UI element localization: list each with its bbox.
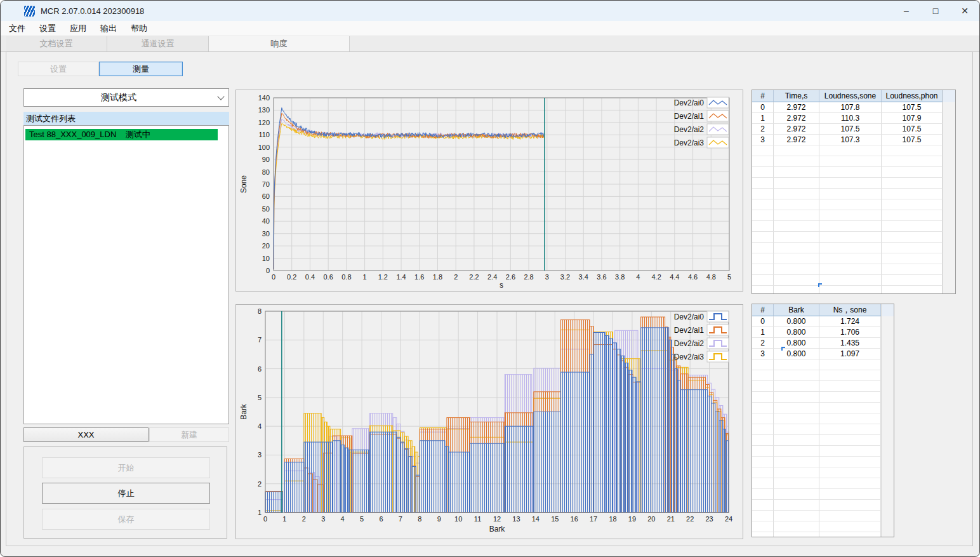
maximize-button[interactable]: □ [921, 1, 950, 21]
settings-view-button[interactable]: 设置 [18, 62, 99, 76]
bar-segment-Dev2/ai0 [672, 354, 675, 513]
cell-edit-mark [781, 347, 785, 351]
svg-text:s: s [500, 281, 503, 290]
legend-item[interactable]: Dev2/ai1 [674, 111, 729, 121]
table-row[interactable]: 12.972110.3107.9 [752, 113, 955, 124]
legend-item[interactable]: Dev2/ai2 [674, 338, 729, 349]
table-cell: 3 [752, 135, 774, 145]
table-cell: 1.706 [819, 327, 881, 338]
bar-segment-Dev2/ai0 [636, 382, 641, 513]
table-row [752, 189, 955, 199]
legend-item[interactable]: Dev2/ai3 [674, 351, 729, 362]
test-mode-select[interactable]: 测试模式 [23, 88, 229, 107]
scrollbar-strip [881, 446, 894, 457]
svg-text:14: 14 [532, 515, 540, 523]
menu-item-3[interactable]: 输出 [93, 21, 124, 36]
test-file-listbox[interactable]: Test 88_XXX_009_LDN 测试中 [23, 125, 229, 424]
new-button[interactable]: 新建 [149, 427, 229, 442]
scrollbar-strip [943, 264, 955, 275]
column-header[interactable]: Loudness,sone [819, 90, 882, 102]
table-row [752, 156, 955, 167]
table-row[interactable]: 02.972107.8107.5 [752, 102, 955, 113]
column-header[interactable]: # [752, 90, 774, 102]
table-cell: 107.5 [882, 124, 943, 135]
svg-text:90: 90 [262, 156, 270, 163]
table-cell [819, 467, 881, 478]
table-row [752, 457, 894, 467]
scrollbar-strip [943, 113, 955, 124]
table-row[interactable]: 30.8001.097 [752, 349, 894, 359]
table-row[interactable]: 00.8001.724 [752, 316, 894, 327]
menu-item-4[interactable]: 帮助 [124, 21, 154, 36]
scrollbar-strip [881, 511, 894, 521]
scrollbar-strip [943, 189, 955, 199]
scrollbar-strip [943, 286, 955, 294]
dropdown-arrow-box[interactable] [213, 89, 228, 106]
table-cell [819, 189, 882, 199]
svg-text:130: 130 [258, 106, 270, 114]
svg-text:12: 12 [493, 515, 501, 523]
legend-item[interactable]: Dev2/ai2 [674, 124, 729, 135]
column-header[interactable]: # [752, 304, 774, 316]
column-header[interactable]: Time,s [774, 90, 819, 102]
save-button[interactable]: 保存 [42, 509, 210, 530]
svg-text:8: 8 [418, 515, 421, 523]
table-row[interactable]: 32.972107.3107.5 [752, 135, 955, 145]
scrollbar-strip [881, 435, 894, 446]
xxx-button[interactable]: XXX [23, 427, 149, 442]
menu-item-1[interactable]: 设置 [32, 21, 63, 36]
table-cell: 2 [752, 338, 774, 349]
measure-view-button[interactable]: 测量 [99, 62, 183, 76]
table-row [752, 511, 894, 521]
svg-text:0.4: 0.4 [305, 273, 315, 281]
bar-segment-Dev2/ai0 [412, 467, 416, 513]
bar-segment-Dev2/ai0 [408, 457, 412, 513]
test-file-list-item[interactable]: Test 88_XXX_009_LDN 测试中 [25, 129, 218, 140]
column-header[interactable]: Bark [774, 304, 819, 316]
table-cell [819, 478, 881, 489]
tab-2[interactable]: 响度 [209, 36, 350, 52]
column-header[interactable]: Ns，sone [819, 304, 881, 316]
close-button[interactable]: ✕ [950, 1, 979, 21]
legend-item[interactable]: Dev2/ai1 [674, 325, 729, 335]
table-cell [819, 446, 881, 457]
tab-0[interactable]: 文档设置 [6, 36, 107, 51]
table-cell [752, 264, 774, 275]
table-row[interactable]: 22.972107.5107.5 [752, 124, 955, 135]
scrollbar-strip [881, 338, 894, 349]
legend-item[interactable]: Dev2/ai0 [674, 311, 729, 322]
table-cell: 0 [752, 316, 774, 327]
table-row [752, 286, 955, 294]
bar-segment-Dev2/ai0 [625, 363, 628, 513]
table-cell [774, 253, 819, 264]
start-button[interactable]: 开始 [42, 457, 210, 478]
menu-item-2[interactable]: 应用 [63, 21, 93, 36]
table-cell [774, 489, 819, 500]
legend-item[interactable]: Dev2/ai0 [674, 97, 729, 108]
scrollbar-strip [943, 102, 955, 113]
specific-loudness-chart[interactable]: 1234567801234567891011121314151617181920… [236, 305, 743, 539]
svg-text:1.4: 1.4 [396, 273, 406, 281]
bar-segment-Dev2/ai0 [605, 335, 609, 513]
bar-segment-Dev2/ai0 [470, 443, 505, 513]
table-cell [752, 457, 774, 467]
stop-button[interactable]: 停止 [42, 483, 210, 504]
svg-text:1.2: 1.2 [378, 273, 388, 281]
scrollbar-strip [881, 370, 894, 381]
table-cell: 2.972 [774, 135, 819, 145]
minimize-button[interactable]: – [892, 1, 921, 21]
column-header[interactable]: Loudness,phon [882, 90, 943, 102]
legend-item[interactable]: Dev2/ai3 [674, 137, 729, 148]
table-row[interactable]: 20.8001.435 [752, 338, 894, 349]
table-cell [882, 210, 943, 221]
table-cell [752, 189, 774, 199]
bar-segment-Dev2/ai0 [715, 412, 719, 513]
svg-text:18: 18 [609, 515, 616, 523]
table-cell [819, 178, 882, 189]
svg-text:1.8: 1.8 [433, 273, 442, 281]
loudness-time-chart[interactable]: 010203040506070809010011012013014000.20.… [236, 90, 743, 291]
table-row[interactable]: 10.8001.706 [752, 327, 894, 338]
tab-1[interactable]: 通道设置 [107, 36, 209, 51]
svg-text:19: 19 [628, 515, 636, 523]
menu-item-0[interactable]: 文件 [2, 21, 32, 36]
